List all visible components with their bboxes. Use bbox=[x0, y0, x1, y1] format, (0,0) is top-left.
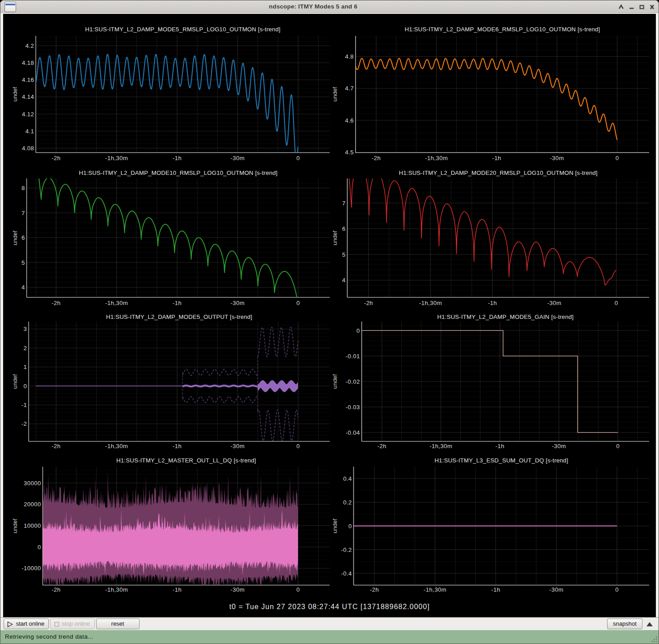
svg-text:0: 0 bbox=[616, 443, 620, 449]
svg-text:-2h: -2h bbox=[370, 586, 379, 593]
svg-text:H1:SUS-ITMY_L2_DAMP_MODE20_RMS: H1:SUS-ITMY_L2_DAMP_MODE20_RMSLP_LOG10_O… bbox=[399, 169, 598, 176]
svg-text:-2h: -2h bbox=[364, 300, 373, 306]
svg-text:-2h: -2h bbox=[51, 443, 60, 449]
svg-text:2: 2 bbox=[23, 345, 27, 352]
svg-text:-0.01: -0.01 bbox=[346, 353, 360, 360]
svg-text:-1h,30m: -1h,30m bbox=[105, 443, 128, 449]
svg-text:undef: undef bbox=[12, 518, 18, 533]
svg-text:0.2: 0.2 bbox=[343, 499, 352, 506]
svg-text:6: 6 bbox=[21, 234, 25, 241]
svg-text:4.8: 4.8 bbox=[345, 53, 354, 60]
svg-text:undef: undef bbox=[12, 230, 18, 245]
svg-text:4: 4 bbox=[342, 277, 346, 284]
svg-text:0: 0 bbox=[23, 383, 27, 390]
svg-text:-1h: -1h bbox=[491, 586, 500, 593]
svg-text:-1h: -1h bbox=[173, 586, 182, 593]
svg-text:-1h,30m: -1h,30m bbox=[105, 155, 128, 161]
svg-text:undef: undef bbox=[332, 87, 338, 102]
svg-text:-1h,30m: -1h,30m bbox=[424, 586, 446, 593]
svg-text:4: 4 bbox=[21, 284, 25, 291]
svg-text:-1h,30m: -1h,30m bbox=[429, 443, 452, 449]
svg-text:-30m: -30m bbox=[230, 155, 245, 161]
svg-text:4.18: 4.18 bbox=[22, 59, 34, 66]
svg-text:-1h: -1h bbox=[495, 443, 504, 449]
svg-text:7: 7 bbox=[21, 210, 25, 216]
svg-text:4.08: 4.08 bbox=[22, 145, 34, 152]
svg-text:6: 6 bbox=[342, 225, 346, 232]
svg-text:4.16: 4.16 bbox=[22, 76, 34, 83]
svg-text:0: 0 bbox=[297, 586, 300, 593]
svg-text:undef: undef bbox=[12, 374, 18, 389]
svg-text:30000: 30000 bbox=[24, 480, 41, 487]
svg-text:-1h: -1h bbox=[488, 300, 497, 306]
svg-text:0: 0 bbox=[297, 443, 300, 449]
svg-text:undef: undef bbox=[332, 518, 338, 533]
svg-text:-30m: -30m bbox=[552, 443, 566, 449]
svg-text:-1h,30m: -1h,30m bbox=[105, 586, 128, 593]
svg-text:-2h: -2h bbox=[378, 443, 387, 449]
svg-text:-2: -2 bbox=[21, 420, 27, 427]
svg-text:0: 0 bbox=[38, 544, 41, 551]
svg-text:10000: 10000 bbox=[24, 522, 41, 529]
svg-text:undef: undef bbox=[12, 87, 18, 102]
svg-text:0: 0 bbox=[615, 300, 618, 306]
svg-text:-1h: -1h bbox=[492, 155, 501, 161]
svg-text:-0.03: -0.03 bbox=[346, 404, 360, 411]
svg-text:4.1: 4.1 bbox=[26, 128, 34, 135]
svg-text:5: 5 bbox=[21, 259, 25, 266]
svg-text:undef: undef bbox=[332, 374, 338, 389]
svg-text:H1:SUS-ITMY_L2_DAMP_MODE5_GAIN: H1:SUS-ITMY_L2_DAMP_MODE5_GAIN [s-trend] bbox=[437, 314, 574, 320]
svg-text:-1h: -1h bbox=[173, 300, 182, 306]
svg-text:4.2: 4.2 bbox=[26, 42, 34, 49]
svg-text:undef: undef bbox=[332, 230, 338, 245]
svg-text:0: 0 bbox=[297, 300, 300, 306]
svg-text:-30m: -30m bbox=[547, 300, 561, 306]
svg-text:-0.04: -0.04 bbox=[346, 429, 360, 436]
svg-text:-1: -1 bbox=[21, 402, 27, 408]
svg-text:-30m: -30m bbox=[230, 300, 245, 306]
svg-text:-2h: -2h bbox=[51, 300, 60, 306]
svg-text:1: 1 bbox=[23, 364, 27, 370]
svg-text:7: 7 bbox=[342, 200, 346, 207]
svg-text:0: 0 bbox=[357, 327, 360, 334]
svg-text:-10000: -10000 bbox=[21, 565, 41, 572]
svg-text:-2h: -2h bbox=[51, 155, 60, 161]
svg-text:0: 0 bbox=[615, 586, 619, 593]
svg-text:t0 = Tue Jun 27 2023 08:27:44: t0 = Tue Jun 27 2023 08:27:44 UTC [13718… bbox=[229, 603, 429, 610]
svg-text:-30m: -30m bbox=[549, 586, 564, 593]
svg-text:5: 5 bbox=[342, 251, 346, 258]
svg-text:-1h,30m: -1h,30m bbox=[419, 300, 442, 306]
svg-text:H1:SUS-ITMY_L2_MASTER_OUT_LL_D: H1:SUS-ITMY_L2_MASTER_OUT_LL_DQ [s-trend… bbox=[116, 457, 256, 464]
svg-text:H1:SUS-ITMY_L2_DAMP_MODE5_RMSL: H1:SUS-ITMY_L2_DAMP_MODE5_RMSLP_LOG10_OU… bbox=[85, 26, 281, 33]
svg-text:0: 0 bbox=[349, 523, 352, 530]
svg-text:-0.4: -0.4 bbox=[341, 570, 352, 577]
svg-text:H1:SUS-ITMY_L2_DAMP_MODE6_RMSL: H1:SUS-ITMY_L2_DAMP_MODE6_RMSLP_LOG10_OU… bbox=[405, 26, 600, 33]
svg-text:H1:SUS-ITMY_L2_DAMP_MODE10_RMS: H1:SUS-ITMY_L2_DAMP_MODE10_RMSLP_LOG10_O… bbox=[79, 169, 277, 176]
svg-text:-1h,30m: -1h,30m bbox=[425, 155, 448, 161]
svg-text:-1h,30m: -1h,30m bbox=[105, 300, 128, 306]
svg-text:-30m: -30m bbox=[230, 443, 245, 449]
svg-text:0.4: 0.4 bbox=[343, 475, 352, 482]
svg-text:0: 0 bbox=[297, 155, 300, 161]
svg-text:-1h: -1h bbox=[173, 155, 182, 161]
svg-text:0: 0 bbox=[616, 155, 619, 161]
svg-text:-0.02: -0.02 bbox=[346, 378, 360, 385]
svg-text:4.7: 4.7 bbox=[345, 85, 354, 92]
svg-text:-2h: -2h bbox=[51, 586, 60, 593]
svg-text:20000: 20000 bbox=[24, 501, 41, 508]
svg-text:H1:SUS-ITMY_L2_DAMP_MODE5_OUTP: H1:SUS-ITMY_L2_DAMP_MODE5_OUTPUT [s-tren… bbox=[106, 314, 252, 320]
svg-text:3: 3 bbox=[23, 326, 27, 332]
svg-text:4.12: 4.12 bbox=[22, 111, 34, 118]
svg-text:H1:SUS-ITMY_L3_ESD_SUM_OUT_DQ: H1:SUS-ITMY_L3_ESD_SUM_OUT_DQ [s-trend] bbox=[434, 457, 568, 464]
svg-text:4.6: 4.6 bbox=[345, 117, 354, 124]
svg-text:4.5: 4.5 bbox=[345, 149, 354, 156]
svg-text:4.14: 4.14 bbox=[22, 93, 34, 100]
svg-text:8: 8 bbox=[21, 185, 25, 191]
svg-text:-1h: -1h bbox=[173, 443, 182, 449]
svg-text:-0.2: -0.2 bbox=[341, 547, 352, 553]
svg-text:-30m: -30m bbox=[550, 155, 564, 161]
svg-text:-2h: -2h bbox=[372, 155, 381, 161]
svg-text:-30m: -30m bbox=[230, 586, 245, 593]
